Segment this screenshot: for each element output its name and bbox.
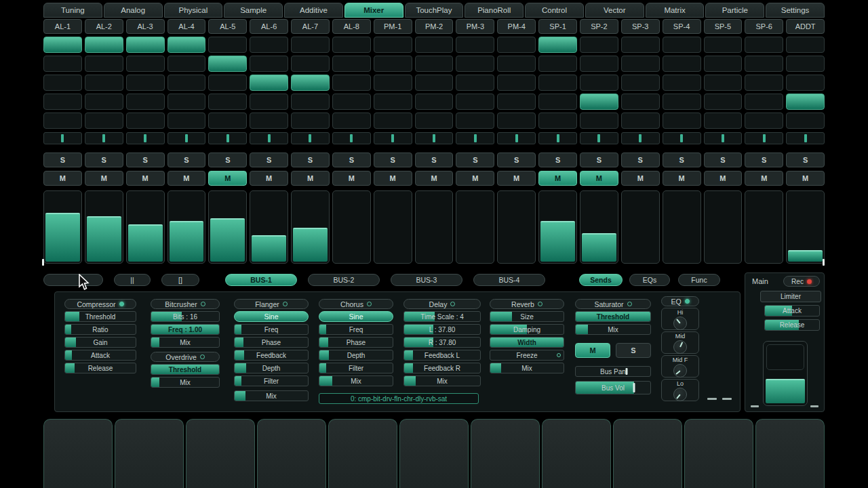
volume-fader[interactable]	[786, 190, 825, 264]
power-led-icon[interactable]	[685, 299, 690, 304]
volume-fader[interactable]	[126, 190, 165, 264]
fx-slider-freq[interactable]: Freq	[234, 324, 309, 335]
channel-slot[interactable]	[291, 56, 330, 72]
channel-slot[interactable]	[85, 56, 123, 72]
fx-slider-threshold[interactable]: Threshold	[575, 311, 651, 322]
channel-slot[interactable]	[250, 113, 288, 129]
fx-flanger-header[interactable]: Flanger	[234, 299, 309, 309]
mid-button[interactable]: M	[575, 343, 610, 358]
channel-slot[interactable]	[786, 94, 825, 110]
mute-button[interactable]: M	[415, 171, 454, 186]
channel-slot[interactable]	[167, 75, 206, 91]
fx-slider-mix[interactable]: Mix	[575, 324, 651, 335]
mute-button[interactable]: M	[621, 171, 660, 186]
pan-control[interactable]	[208, 132, 247, 144]
channel-slot[interactable]	[621, 113, 660, 129]
solo-button[interactable]: S	[621, 152, 660, 167]
channel-label[interactable]: SP-1	[538, 19, 577, 34]
channel-label[interactable]: PM-3	[456, 19, 494, 34]
volume-fader[interactable]	[374, 190, 412, 264]
bus-1-button[interactable]: BUS-1	[225, 274, 297, 286]
mute-button[interactable]: M	[85, 171, 123, 186]
power-led-icon[interactable]	[367, 302, 372, 306]
channel-label[interactable]: AL-8	[332, 19, 371, 34]
channel-slot[interactable]	[208, 94, 247, 110]
channel-slot[interactable]	[538, 113, 577, 129]
channel-slot[interactable]	[538, 56, 577, 72]
channel-slot[interactable]	[538, 75, 577, 91]
solo-button[interactable]: S	[208, 152, 247, 167]
solo-button[interactable]: S	[374, 152, 412, 167]
fx-compressor-header[interactable]: Compressor	[64, 299, 136, 309]
channel-slot[interactable]	[663, 113, 701, 129]
touch-pad[interactable]	[613, 419, 682, 488]
fx-reverb-header[interactable]: Reverb	[490, 299, 564, 309]
fx-chain-preset[interactable]: 0: cmp-bit-drv-fln-chr-dly-rvb-sat	[319, 393, 479, 404]
channel-slot[interactable]	[497, 37, 536, 53]
channel-slot[interactable]	[456, 56, 494, 72]
touch-pad[interactable]	[257, 419, 326, 488]
tab-additive[interactable]: Additive	[284, 3, 343, 18]
channel-label[interactable]: SP-2	[580, 19, 618, 34]
pan-control[interactable]	[745, 132, 783, 144]
channel-slot[interactable]	[374, 37, 412, 53]
mute-button[interactable]: M	[374, 171, 412, 186]
fx-eq-header[interactable]: EQ	[661, 296, 699, 306]
power-led-icon[interactable]	[283, 302, 288, 306]
panel-dash-icon[interactable]	[707, 398, 717, 400]
fx-slider-phase[interactable]: Phase	[319, 337, 393, 348]
channel-label[interactable]: PM-4	[497, 19, 536, 34]
fx-slider-bits-16[interactable]: Bits : 16	[151, 311, 220, 322]
channel-slot[interactable]	[291, 75, 330, 91]
pan-control[interactable]	[332, 132, 371, 144]
tab-settings[interactable]: Settings	[766, 3, 825, 18]
channel-slot[interactable]	[332, 37, 371, 53]
solo-button[interactable]: S	[332, 152, 371, 167]
mute-button[interactable]: M	[126, 171, 165, 186]
tab-mixer[interactable]: Mixer	[344, 3, 403, 18]
pan-control[interactable]	[580, 132, 618, 144]
channel-slot[interactable]	[663, 37, 701, 53]
touch-pad[interactable]	[186, 419, 255, 488]
fx-slider-size[interactable]: Size	[490, 311, 564, 322]
channel-slot[interactable]	[85, 37, 123, 53]
fx-slider-gain[interactable]: Gain	[64, 337, 136, 348]
volume-fader[interactable]	[332, 190, 371, 264]
channel-slot[interactable]	[663, 56, 701, 72]
fx-slider-filter[interactable]: Filter	[319, 363, 393, 373]
solo-button[interactable]: S	[745, 152, 783, 167]
volume-fader[interactable]	[291, 190, 330, 264]
channel-slot[interactable]	[621, 75, 660, 91]
side-button[interactable]: S	[616, 343, 651, 358]
mute-button[interactable]: M	[291, 171, 330, 186]
channel-slot[interactable]	[456, 75, 494, 91]
channel-slot[interactable]	[704, 37, 743, 53]
channel-label[interactable]: PM-1	[374, 19, 412, 34]
solo-button[interactable]: S	[250, 152, 288, 167]
fx-slider-mix[interactable]: Mix	[234, 390, 309, 401]
channel-slot[interactable]	[208, 113, 247, 129]
channel-slot[interactable]	[745, 37, 783, 53]
volume-fader[interactable]	[167, 190, 206, 264]
fx-slider-feedback[interactable]: Feedback	[234, 350, 309, 361]
channel-slot[interactable]	[497, 94, 536, 110]
touch-pad[interactable]	[328, 419, 397, 488]
fx-slider-mix[interactable]: Mix	[151, 337, 220, 348]
fx-slider-l-37-80[interactable]: L : 37.80	[403, 324, 481, 335]
volume-fader[interactable]	[704, 190, 743, 264]
channel-slot[interactable]	[704, 113, 743, 129]
channel-slot[interactable]	[126, 94, 165, 110]
channel-slot[interactable]	[745, 113, 783, 129]
mute-button[interactable]: M	[704, 171, 743, 186]
channel-slot[interactable]	[250, 37, 288, 53]
tab-particle[interactable]: Particle	[705, 3, 764, 18]
channel-label[interactable]: SP-6	[745, 19, 783, 34]
pause-button[interactable]: ||	[114, 274, 151, 286]
channel-slot[interactable]	[208, 37, 247, 53]
tab-analog[interactable]: Analog	[104, 3, 163, 18]
tab-touchplay[interactable]: TouchPlay	[405, 3, 464, 18]
channel-slot[interactable]	[621, 56, 660, 72]
channel-slot[interactable]	[580, 37, 618, 53]
channel-slot[interactable]	[43, 56, 82, 72]
channel-slot[interactable]	[663, 75, 701, 91]
